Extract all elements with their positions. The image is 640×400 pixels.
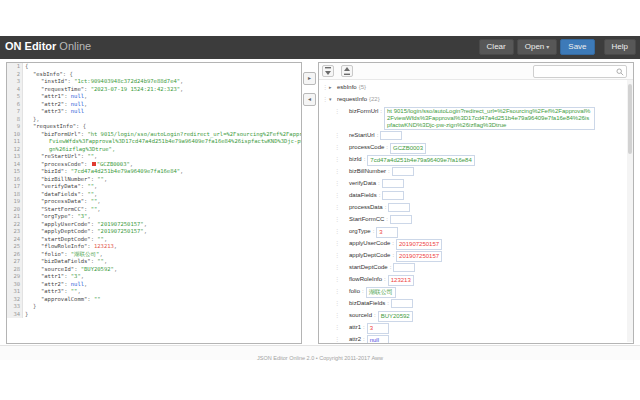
tree-row[interactable]: ⋮bizId:7cd47a4d251b4e79a96409e7fa16e84 [319, 154, 633, 166]
tree-row[interactable]: ⋮reStartUrl: [319, 130, 633, 142]
expand-arrow-icon[interactable]: ▸ [329, 83, 335, 92]
editor-line[interactable]: 29"attr1": "3", [7, 273, 301, 281]
search-input[interactable] [534, 69, 616, 75]
editor-line[interactable]: 6"attr2": null, [7, 101, 301, 109]
drag-handle-icon[interactable]: ⋮ [334, 275, 339, 284]
tree-key[interactable]: reStartUrl [349, 131, 375, 140]
tree-row[interactable]: ⋮processCode:GCZB0003 [319, 142, 633, 154]
tree-key[interactable]: attr1 [349, 323, 361, 332]
editor-line[interactable]: 12gn%26izflag%3Dtrue", [7, 146, 301, 154]
copy-to-left-button[interactable]: ◂ [303, 93, 316, 106]
tree-key[interactable]: attr2 [349, 335, 361, 344]
tree-key[interactable]: processData [349, 203, 383, 212]
drag-handle-icon[interactable]: ⋮ [334, 107, 339, 116]
tree-row[interactable]: ⋮▸esbInfo{5} [319, 82, 633, 94]
tree-key[interactable]: sourceId [349, 311, 372, 320]
tree-row[interactable]: ⋮orgType:3 [319, 226, 633, 238]
tree-value[interactable]: BUY20592 [378, 311, 413, 322]
drag-handle-icon[interactable]: ⋮ [334, 263, 339, 272]
editor-line[interactable]: 2"esbInfo": { [7, 71, 301, 79]
tree-value[interactable]: ht 9015/login/sso/autoLogin?redirect_url… [384, 107, 595, 130]
editor-line[interactable]: 28"sourceId": "BUY20592", [7, 266, 301, 274]
drag-handle-icon[interactable]: ⋮ [334, 167, 339, 176]
tree-key[interactable]: startDeptCode [349, 263, 388, 272]
tree-row[interactable]: ⋮bizFormUrl:ht 9015/login/sso/autoLogin?… [319, 106, 633, 130]
copy-to-right-button[interactable]: ▸ [303, 72, 316, 85]
editor-line[interactable]: 16"bizBillNumber": "", [7, 176, 301, 184]
editor-line[interactable]: 24"startDeptCode": "", [7, 236, 301, 244]
tree-key[interactable]: StartFormCC [349, 215, 384, 224]
editor-line[interactable]: 19"processData": "", [7, 198, 301, 206]
editor-line[interactable]: 8}, [7, 116, 301, 124]
tree-row[interactable]: ⋮startDeptCode: [319, 262, 633, 274]
tree-key[interactable]: verifyData [349, 179, 376, 188]
tree-key[interactable]: bizBillNumber [349, 167, 386, 176]
tree-row[interactable]: ⋮sourceId:BUY20592 [319, 310, 633, 322]
drag-handle-icon[interactable]: ⋮ [334, 203, 339, 212]
tree-value[interactable]: GCZB0003 [390, 143, 426, 154]
drag-handle-icon[interactable]: ⋮ [334, 143, 339, 152]
editor-line[interactable]: 15"bizId": "7cd47a4d251b4e79a96409e7fa16… [7, 168, 301, 176]
tree-key[interactable]: bizFormUrl [349, 107, 378, 116]
editor-line[interactable]: 25"flowRoleInfo": 123213, [7, 243, 301, 251]
drag-handle-icon[interactable]: ⋮ [334, 311, 339, 320]
tree-value[interactable]: 123213 [388, 275, 414, 286]
editor-line[interactable]: 21"orgType": "3", [7, 213, 301, 221]
tree-row[interactable]: ⋮attr1:3 [319, 322, 633, 334]
search-box[interactable] [533, 65, 627, 78]
tree-row[interactable]: ⋮dataFields: [319, 190, 633, 202]
drag-handle-icon[interactable]: ⋮ [334, 251, 339, 260]
editor-line[interactable]: 7"attr3": null [7, 108, 301, 116]
editor-line[interactable]: 1{ [7, 63, 301, 71]
drag-handle-icon[interactable]: ⋮ [334, 215, 339, 224]
tree-value[interactable]: 湖联公司 [366, 287, 396, 298]
tree-row[interactable]: ⋮applyDeptCode:201907250157 [319, 250, 633, 262]
editor-line[interactable]: 4"requestTime": "2023-07-19 1524:21:42:3… [7, 86, 301, 94]
tree-row[interactable]: ⋮applyUserCode:201907250157 [319, 238, 633, 250]
editor-line[interactable]: 10"bizFormUrl": "ht 9015/login/sso/autoL… [7, 131, 301, 139]
tree-key[interactable]: orgType [349, 227, 371, 236]
tree-value[interactable]: 201907250157 [396, 239, 442, 250]
expand-all-button[interactable] [322, 65, 334, 77]
tree-row[interactable]: ⋮StartFormCC: [319, 214, 633, 226]
tree-key[interactable]: bizId [349, 155, 362, 164]
tree-value[interactable] [388, 203, 410, 212]
drag-handle-icon[interactable]: ⋮ [334, 179, 339, 188]
tree-value[interactable]: 3 [367, 323, 389, 334]
tree-scrollbar-thumb[interactable] [628, 84, 632, 154]
tree-value[interactable] [382, 179, 404, 188]
drag-handle-icon[interactable]: ⋮ [334, 323, 339, 332]
tree-row[interactable]: ⋮attr2:null [319, 334, 633, 344]
tree-value[interactable]: null [367, 335, 389, 344]
tree-row[interactable]: ⋮bizBillNumber: [319, 166, 633, 178]
editor-line[interactable]: 27"bizDataFields": "", [7, 258, 301, 266]
help-button[interactable]: Help [604, 39, 636, 55]
tree-row[interactable]: ⋮flowRoleInfo:123213 [319, 274, 633, 286]
editor-line[interactable]: 22"applyUserCode": "201907250157", [7, 221, 301, 229]
tree-row[interactable]: ⋮folio:湖联公司 [319, 286, 633, 298]
drag-handle-icon[interactable]: ⋮ [334, 239, 339, 248]
editor-line[interactable]: 20"StartFormCC": "", [7, 206, 301, 214]
tree-value[interactable] [391, 299, 413, 308]
tree-value[interactable] [393, 263, 415, 272]
tree-key[interactable]: flowRoleInfo [349, 275, 382, 284]
tree-key[interactable]: applyDeptCode [349, 251, 390, 260]
tree-key[interactable]: processCode [349, 143, 384, 152]
drag-handle-icon[interactable]: ⋮ [322, 83, 327, 92]
drag-handle-icon[interactable]: ⋮ [334, 227, 339, 236]
tree-row[interactable]: ⋮bizDataFields: [319, 298, 633, 310]
collapse-arrow-icon[interactable]: ▾ [329, 95, 335, 104]
editor-line[interactable]: 33} [7, 303, 301, 311]
editor-line[interactable]: 32"approvalComm": "" [7, 296, 301, 304]
tree-key[interactable]: applyUserCode [349, 239, 390, 248]
tree-value[interactable] [390, 215, 412, 224]
save-button[interactable]: Save [560, 39, 594, 55]
drag-handle-icon[interactable]: ⋮ [334, 191, 339, 200]
tree-value[interactable]: 3 [376, 227, 398, 238]
tree-value[interactable]: 7cd47a4d251b4e79a96409e7fa16e84 [367, 155, 474, 166]
editor-line[interactable]: 5"attr1": null, [7, 93, 301, 101]
drag-handle-icon[interactable]: ⋮ [334, 335, 339, 344]
code-editor-panel[interactable]: 1{2"esbInfo": {3"instId": "1ct:909403948… [6, 62, 302, 344]
editor-line[interactable]: 3"instId": "1ct:909403948c372d24b97e88d7… [7, 78, 301, 86]
editor-line[interactable]: 17"verifyData": "", [7, 183, 301, 191]
